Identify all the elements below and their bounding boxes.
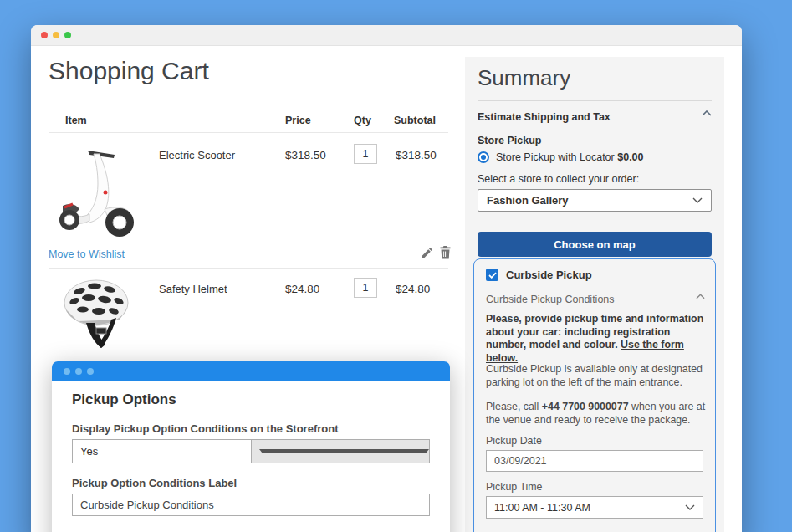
edit-item-icon[interactable]	[421, 248, 432, 259]
choose-on-map-button[interactable]: Choose on map	[478, 232, 712, 257]
conditions-label-input[interactable]	[72, 494, 430, 516]
select-store-label: Select a store to collect your order:	[478, 173, 639, 185]
phone-number: +44 7700 9000077	[542, 401, 629, 412]
call-text-prefix: Please, call	[486, 401, 542, 412]
product-name[interactable]: Safety Helmet	[159, 283, 227, 295]
estimate-shipping-accordion[interactable]: Estimate Shipping and Tax	[478, 109, 712, 122]
pickup-time-select[interactable]: 11:00 AM - 11:30 AM	[486, 496, 703, 519]
product-name[interactable]: Electric Scooter	[159, 149, 235, 161]
chevron-down-icon	[685, 504, 695, 510]
conditions-paragraph-1: Please, provide pickup time and informat…	[486, 313, 707, 365]
curbside-conditions-accordion[interactable]: Curbside Pickup Conditions	[486, 291, 705, 306]
chevron-down-icon	[692, 197, 703, 203]
window-titlebar	[31, 25, 742, 46]
item-price: $318.50	[285, 149, 326, 161]
page-title: Shopping Cart	[49, 57, 209, 85]
store-select-value: Fashion Gallery	[487, 194, 569, 207]
dialog-dot-icon	[75, 368, 82, 375]
desktop-background: Shopping Cart Item Price Qty Subtotal El…	[0, 0, 792, 532]
column-header-subtotal: Subtotal	[394, 115, 436, 126]
column-header-qty: Qty	[354, 115, 371, 126]
column-header-item: Item	[65, 115, 87, 126]
item-price: $24.80	[285, 283, 319, 295]
estimate-shipping-label: Estimate Shipping and Tax	[478, 111, 611, 123]
dialog-title: Pickup Options	[72, 391, 176, 408]
radio-selected-icon	[478, 151, 489, 163]
chevron-up-icon	[702, 110, 712, 116]
row-divider	[49, 268, 448, 269]
summary-divider	[478, 100, 712, 101]
column-header-price: Price	[285, 115, 311, 126]
pickup-time-value: 11:00 AM - 11:30 AM	[494, 502, 590, 514]
table-header-divider	[49, 132, 448, 133]
summary-title: Summary	[478, 65, 570, 91]
product-image-safety-helmet[interactable]	[61, 276, 135, 350]
store-select[interactable]: Fashion Gallery	[478, 189, 712, 212]
display-conditions-select[interactable]: Yes	[72, 439, 430, 463]
curbside-conditions-title: Curbside Pickup Conditions	[486, 294, 615, 305]
zoom-button[interactable]	[64, 32, 71, 38]
radio-price: $0.00	[617, 151, 643, 163]
minimize-button[interactable]	[53, 32, 59, 38]
pickup-date-label: Pickup Date	[486, 435, 542, 447]
item-subtotal: $318.50	[396, 149, 437, 161]
summary-panel: Summary Estimate Shipping and Tax Store …	[465, 57, 724, 532]
pickup-date-input[interactable]	[486, 450, 703, 472]
conditions-paragraph-2: Curbside Pickup is available only at des…	[486, 363, 707, 389]
curbside-pickup-checkbox-row[interactable]: Curbside Pickup	[486, 269, 592, 281]
item-subtotal: $24.80	[396, 283, 430, 295]
pickup-options-dialog: Pickup Options Display Pickup Option Con…	[52, 361, 450, 532]
radio-label-text: Store Pickup with Locator	[496, 151, 615, 163]
qty-input[interactable]	[354, 278, 377, 298]
curbside-pickup-box: Curbside Pickup Curbside Pickup Conditio…	[473, 258, 716, 532]
move-to-wishlist-link[interactable]: Move to Wishlist	[49, 248, 125, 260]
curbside-pickup-label: Curbside Pickup	[506, 269, 592, 281]
conditions-label-label: Pickup Option Conditions Label	[72, 477, 237, 489]
close-button[interactable]	[41, 32, 48, 38]
pickup-time-label: Pickup Time	[486, 481, 542, 493]
display-conditions-value: Yes	[73, 445, 251, 458]
store-pickup-radio-option[interactable]: Store Pickup with Locator $0.00	[478, 151, 644, 163]
conditions-paragraph-3: Please, call +44 7700 9000077 when you a…	[486, 401, 707, 427]
select-dropdown-button[interactable]	[251, 440, 430, 463]
display-conditions-label: Display Pickup Option Conditions on the …	[72, 422, 339, 435]
radio-label: Store Pickup with Locator $0.00	[496, 151, 644, 163]
delete-item-icon[interactable]	[440, 246, 451, 259]
caret-down-icon	[259, 449, 430, 453]
dialog-dot-icon	[87, 368, 94, 375]
dialog-dot-icon	[64, 368, 70, 375]
browser-window: Shopping Cart Item Price Qty Subtotal El…	[31, 25, 742, 532]
dialog-titlebar	[52, 361, 450, 381]
product-image-electric-scooter[interactable]	[56, 141, 141, 239]
store-pickup-heading: Store Pickup	[478, 135, 541, 146]
checkbox-checked-icon[interactable]	[486, 269, 498, 281]
chevron-up-icon	[696, 294, 705, 299]
qty-input[interactable]	[354, 144, 377, 164]
